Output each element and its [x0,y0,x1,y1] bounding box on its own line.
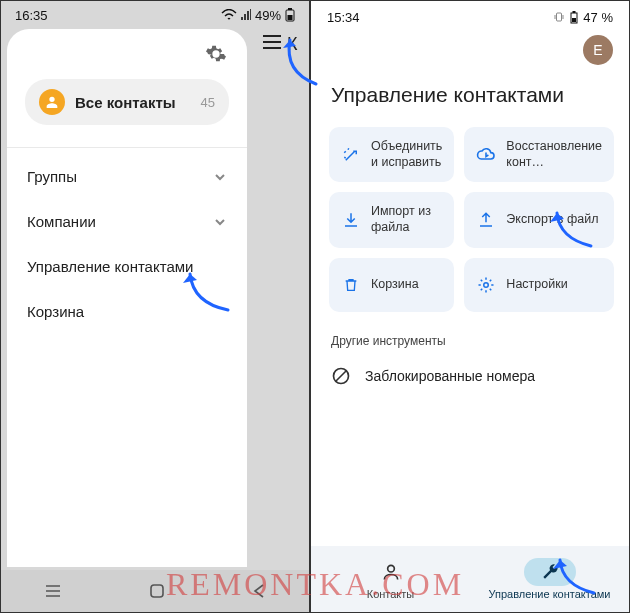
side-drawer: Все контакты 45 Группы Компании Управлен… [7,29,247,567]
chevron-down-icon [213,170,227,184]
status-bar: 16:35 49% [1,1,309,25]
bottom-nav: Контакты Управление контактами [311,546,629,612]
gear-icon [476,276,496,294]
groups-label: Группы [27,168,77,185]
tab-contacts[interactable]: Контакты [311,546,470,612]
restore-card[interactable]: Восстановление конт… [464,127,614,182]
person-icon [39,89,65,115]
tab-manage-contacts[interactable]: Управление контактами [470,546,629,612]
status-time: 15:34 [327,10,360,25]
android-nav-bar [1,570,309,612]
upload-icon [476,211,496,229]
battery-icon [570,11,578,24]
status-icons: 49% [221,8,295,23]
card-label: Экспорт в файл [506,212,598,228]
companies-label: Компании [27,213,96,230]
status-bar: 15:34 47 % [311,1,629,27]
svg-rect-7 [572,18,576,22]
export-card[interactable]: Экспорт в файл [464,192,614,247]
vibrate-icon [553,11,565,23]
trash-icon [341,276,361,294]
svg-rect-4 [557,13,562,21]
battery-text: 47 % [583,10,613,25]
signal-icon [241,9,251,21]
home-icon[interactable] [148,582,166,600]
blocked-label: Заблокированные номера [365,368,535,384]
tab-label: Управление контактами [488,588,610,600]
hamburger-icon[interactable] [263,35,281,49]
status-time: 16:35 [15,8,48,23]
page-title: Управление контактами [311,27,629,127]
card-label: Корзина [371,277,419,293]
samsung-contacts-screen: 16:35 49% К Все контакты 45 [0,0,310,613]
trash-label: Корзина [27,303,84,320]
groups-row[interactable]: Группы [25,154,229,199]
wand-icon [341,146,361,164]
svg-rect-1 [288,8,292,10]
tab-label: Контакты [367,588,415,600]
other-tools-heading: Другие инструменты [311,312,629,358]
import-card[interactable]: Импорт из файла [329,192,454,247]
download-icon [341,211,361,229]
wifi-icon [221,9,237,21]
divider [7,147,247,148]
back-icon[interactable] [252,583,266,599]
card-label: Восстановление конт… [506,139,602,170]
svg-rect-2 [288,15,293,20]
person-icon [365,558,417,586]
account-avatar[interactable]: E [583,35,613,65]
battery-text: 49% [255,8,281,23]
action-grid: Объединить и исправить Восстановление ко… [311,127,629,312]
svg-rect-6 [573,11,576,13]
manage-contacts-label: Управление контактами [27,258,193,275]
block-icon [331,366,351,386]
all-contacts-label: Все контакты [75,94,191,111]
battery-icon [285,8,295,22]
all-contacts-pill[interactable]: Все контакты 45 [25,79,229,125]
merge-fix-card[interactable]: Объединить и исправить [329,127,454,182]
status-icons: 47 % [553,10,613,25]
manage-contacts-row[interactable]: Управление контактами [25,244,229,289]
settings-card[interactable]: Настройки [464,258,614,312]
svg-rect-3 [151,585,163,597]
cloud-restore-icon [476,147,496,163]
card-label: Объединить и исправить [371,139,442,170]
svg-point-10 [387,565,394,572]
card-label: Настройки [506,277,567,293]
recents-icon[interactable] [44,582,62,600]
chevron-down-icon [213,215,227,229]
card-label: Импорт из файла [371,204,442,235]
all-contacts-count: 45 [201,95,215,110]
svg-point-8 [484,282,489,287]
trash-card[interactable]: Корзина [329,258,454,312]
blocked-numbers-row[interactable]: Заблокированные номера [311,358,629,394]
wrench-icon [524,558,576,586]
trash-row[interactable]: Корзина [25,289,229,334]
gear-icon[interactable] [205,43,227,65]
google-contacts-manage-screen: 15:34 47 % E Управление контактами Объед… [310,0,630,613]
companies-row[interactable]: Компании [25,199,229,244]
screen-title-tail: К [287,34,298,55]
